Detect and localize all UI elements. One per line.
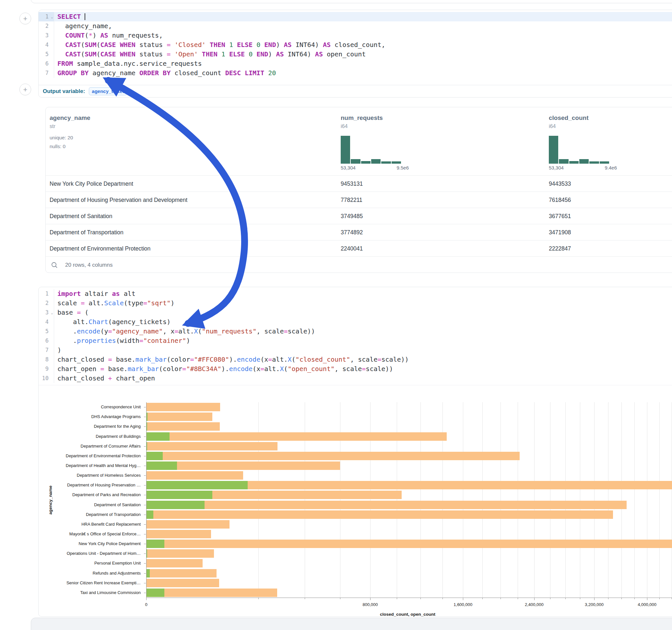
table-cell: 9453131 xyxy=(341,176,363,192)
y-axis-tick xyxy=(144,573,146,574)
y-axis-label: Department of Buildings xyxy=(43,434,141,439)
y-axis-tick xyxy=(144,485,146,485)
table-cell: Department of Housing Preservation and D… xyxy=(50,192,187,208)
column-header[interactable]: num_requests xyxy=(341,114,383,122)
y-axis-tick xyxy=(144,534,146,534)
fold-chevron-icon[interactable]: ⌄ xyxy=(51,12,53,22)
histogram-bar xyxy=(371,159,381,164)
code-line[interactable]: 4 CAST(SUM(CASE WHEN status = 'Closed' T… xyxy=(39,40,672,50)
bar-closed-count xyxy=(146,442,278,451)
code-line[interactable]: 4 alt.Chart(agency_tickets) xyxy=(39,317,672,327)
code-text: ) xyxy=(54,345,672,355)
y-axis-tick xyxy=(144,583,146,583)
x-axis-minor-tick xyxy=(421,598,421,599)
bar-closed-count xyxy=(146,501,627,509)
y-axis-tick xyxy=(144,515,146,515)
histogram-bar xyxy=(361,161,370,164)
bar-closed-count xyxy=(146,579,219,587)
table-row: Department of Housing Preservation and D… xyxy=(46,192,672,208)
x-axis-tick xyxy=(534,598,534,600)
search-icon[interactable] xyxy=(51,262,58,269)
line-number: 5 xyxy=(39,50,54,59)
code-line[interactable]: 9chart_open = base.mark_bar(color="#8BC3… xyxy=(39,364,672,374)
sql-code-editor[interactable]: 1⌄SELECT 2 agency_name,3 COUNT(*) AS num… xyxy=(39,10,672,80)
column-header[interactable]: closed_count xyxy=(549,114,589,122)
code-line[interactable]: 6FROM sample_data.nyc.service_requests xyxy=(39,59,672,68)
code-line[interactable]: 8chart_closed = base.mark_bar(color="#FF… xyxy=(39,355,672,364)
column-header[interactable]: agency_name xyxy=(50,114,91,122)
line-number: 8 xyxy=(39,355,54,364)
y-axis-label: Refunds and Adjustments xyxy=(43,571,141,576)
y-axis-tick xyxy=(144,446,146,446)
output-variable-label: Output variable: xyxy=(43,88,85,95)
column-stat: unique: 20 xyxy=(50,135,73,141)
table-cell: Department of Sanitation xyxy=(50,208,113,224)
y-axis-label: Department of Parks and Recreation xyxy=(43,492,141,497)
bar-open-count xyxy=(146,501,205,509)
code-line[interactable]: 1⌄SELECT xyxy=(39,12,672,21)
y-axis-tick xyxy=(144,427,146,427)
x-axis-minor-tick xyxy=(482,598,483,599)
bar-closed-count xyxy=(146,569,217,578)
bar-open-count xyxy=(146,461,177,470)
x-axis-minor-tick xyxy=(608,598,608,599)
code-line[interactable]: 6 .properties(width="container") xyxy=(39,336,672,345)
code-line[interactable]: 3⌄base = ( xyxy=(39,308,672,317)
histogram-bar xyxy=(569,161,579,164)
table-footer-label: 20 rows, 4 columns xyxy=(65,262,113,268)
code-line[interactable]: 3 COUNT(*) AS num_requests, xyxy=(39,31,672,40)
histogram-bar xyxy=(391,162,401,164)
histogram-bar xyxy=(381,162,391,164)
line-number: 1 xyxy=(39,289,54,298)
python-code-editor[interactable]: 1import altair as alt2scale = alt.Scale(… xyxy=(39,287,672,385)
column-type: i64 xyxy=(341,123,347,129)
histogram-range-labels: 53,3049.5e6 xyxy=(341,165,409,170)
y-axis-label: Taxi and Limousine Commission xyxy=(43,590,141,595)
table-cell: 3677651 xyxy=(549,208,571,224)
bar-closed-count xyxy=(146,530,211,538)
y-axis-tick xyxy=(144,476,146,476)
code-line[interactable]: 5 .encode(y="agency_name", x=alt.X("num_… xyxy=(39,327,672,336)
bar-closed-count xyxy=(146,471,243,480)
bar-closed-count xyxy=(146,403,220,411)
x-axis-minor-tick xyxy=(672,598,672,599)
code-line[interactable]: 10chart_closed + chart_open xyxy=(39,374,672,383)
y-axis-label: Senior Citizen Rent Increase Exempti… xyxy=(43,580,141,585)
table-footer: 20 rows, 4 columns xyxy=(46,256,672,273)
altair-chart: Correspondence UnitDHS Advantage Program… xyxy=(0,397,672,621)
histogram-bar xyxy=(589,162,599,164)
code-text: alt.Chart(agency_tickets) xyxy=(54,317,672,327)
add-cell-button-top[interactable]: + xyxy=(20,13,31,24)
y-axis-label: Department of Housing Preservation … xyxy=(43,483,141,487)
code-line[interactable]: 2 agency_name, xyxy=(39,21,672,31)
plot-area xyxy=(146,402,672,598)
bar-closed-count xyxy=(146,588,277,597)
add-cell-button-middle[interactable]: + xyxy=(20,83,31,95)
column-histogram xyxy=(549,136,609,164)
code-text: import altair as alt xyxy=(54,289,672,298)
x-axis-line xyxy=(146,598,672,598)
y-axis-label: Mayorâ€ s Office of Special Enforce… xyxy=(43,532,141,536)
code-line[interactable]: 1import altair as alt xyxy=(39,289,672,298)
line-number: 9 xyxy=(39,364,54,374)
x-axis-minor-tick xyxy=(659,598,660,599)
x-axis-minor-tick xyxy=(442,598,443,599)
output-variable-row: Output variable: agency_tickets xyxy=(38,85,672,98)
table-cell: New York City Police Department xyxy=(50,176,133,192)
x-axis-tick xyxy=(594,598,595,600)
code-line[interactable]: 7GROUP BY agency_name ORDER BY closed_co… xyxy=(39,68,672,78)
column-type: str xyxy=(50,123,55,129)
y-axis-label: Operations Unit - Department of Hom… xyxy=(43,551,141,556)
code-line[interactable]: 5 CAST(SUM(CASE WHEN status = 'Open' THE… xyxy=(39,50,672,59)
fold-chevron-icon[interactable]: ⌄ xyxy=(51,308,53,318)
output-variable-pill[interactable]: agency_tickets xyxy=(89,87,127,95)
y-axis-tick xyxy=(144,495,146,495)
y-axis-label: HRA Benefit Card Replacement xyxy=(43,522,141,527)
code-line[interactable]: 7) xyxy=(39,345,672,355)
text-cursor xyxy=(85,13,85,20)
sql-cell: 1⌄SELECT 2 agency_name,3 COUNT(*) AS num… xyxy=(38,10,672,85)
y-axis-label: Personal Exemption Unit xyxy=(43,561,141,565)
y-axis-label: Department for the Aging xyxy=(43,424,141,429)
bar-closed-count xyxy=(146,520,230,529)
code-line[interactable]: 2scale = alt.Scale(type="sqrt") xyxy=(39,298,672,308)
